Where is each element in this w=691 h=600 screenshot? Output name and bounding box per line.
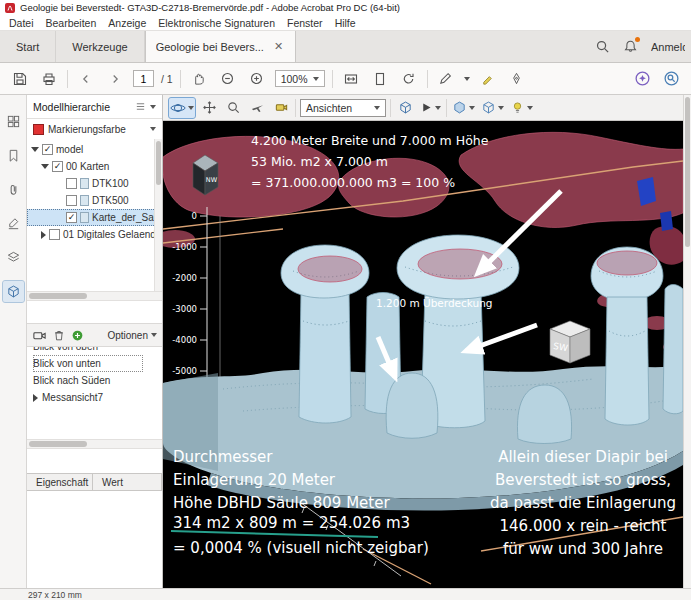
panel-options-icon[interactable]	[135, 101, 146, 112]
svg-text:-2000: -2000	[172, 273, 197, 283]
delete-view-icon[interactable]	[52, 328, 66, 342]
tree-row-gelaendemodell[interactable]: 01 Digitales Gelaendemodell	[27, 226, 162, 243]
svg-text:314 m2 x 809 m = 254.026 m3: 314 m2 x 809 m = 254.026 m3	[173, 514, 410, 532]
page-number-input[interactable]	[133, 70, 154, 87]
separator	[295, 99, 296, 117]
rotate-view-icon[interactable]	[398, 68, 420, 90]
sign-icon[interactable]	[506, 68, 528, 90]
views-horizontal-scrollbar[interactable]	[27, 439, 162, 449]
tab-close-icon[interactable]: ✕	[272, 40, 285, 53]
checkbox[interactable]	[49, 229, 60, 240]
views-toolbar: Optionen	[27, 323, 162, 347]
checkbox[interactable]	[66, 178, 77, 189]
3d-canvas[interactable]: 0 -1000 -2000 -3000 -4000 -5000 -6000 -7…	[163, 121, 683, 588]
chevron-down-icon[interactable]	[150, 105, 156, 109]
tree-node-label: 00 Karten	[66, 161, 109, 172]
sign-in-link[interactable]: Anmelden	[651, 41, 685, 53]
search-icon[interactable]	[595, 39, 610, 54]
svg-text:Allein dieser Diapir bei: Allein dieser Diapir bei	[498, 448, 668, 466]
view-item[interactable]: Blick von unten	[33, 355, 143, 372]
tab-werkzeuge[interactable]: Werkzeuge	[56, 31, 144, 62]
document-vertical-scrollbar[interactable]	[683, 95, 691, 588]
model-hierarchy-panel: Modellhierarchie Markierungsfarbe model	[27, 95, 163, 588]
scrollbar-thumb[interactable]	[29, 441, 87, 447]
property-column-header[interactable]: Eigenschaft	[27, 474, 93, 490]
view-item[interactable]: Blick von oben	[33, 347, 162, 355]
zoom-in-icon[interactable]	[246, 68, 268, 90]
value-column-header[interactable]: Wert	[93, 474, 162, 490]
tree-row-model[interactable]: model	[27, 141, 162, 158]
chevron-down-icon	[150, 127, 156, 131]
menu-hilfe[interactable]: Hilfe	[329, 16, 362, 30]
menu-datei[interactable]: Datei	[3, 16, 40, 30]
hand-tool-icon[interactable]	[188, 68, 210, 90]
chevron-down-icon	[374, 106, 380, 110]
checkbox[interactable]	[42, 144, 53, 155]
save-icon[interactable]	[9, 68, 31, 90]
fit-width-icon[interactable]	[340, 68, 362, 90]
tab-document[interactable]: Geologie bei Bevers... ✕	[145, 31, 296, 62]
prev-page-icon[interactable]	[75, 68, 97, 90]
expander-icon[interactable]	[33, 394, 38, 402]
tree-row-dtk500[interactable]: DTK500	[27, 192, 162, 209]
zoom-out-icon[interactable]	[217, 68, 239, 90]
fly-tool-icon[interactable]	[247, 98, 267, 118]
view-item[interactable]: Blick nach Süden	[33, 372, 162, 389]
bookmarks-icon[interactable]	[3, 145, 24, 166]
layers-icon[interactable]	[3, 247, 24, 268]
checkbox[interactable]	[66, 212, 77, 223]
print-icon[interactable]	[38, 68, 60, 90]
tree-row-dtk100[interactable]: DTK100	[27, 175, 162, 192]
fit-page-icon[interactable]	[369, 68, 391, 90]
view-item[interactable]: Messansicht7	[33, 389, 162, 406]
tree-row-salzstrukturen[interactable]: Karte_der_Salzstrukturen	[27, 209, 162, 226]
tree-vertical-scrollbar[interactable]	[154, 139, 162, 291]
chevron-down-icon[interactable]	[464, 77, 470, 81]
ai-assistant-icon[interactable]	[631, 68, 653, 90]
menu-signaturen[interactable]: Elektronische Signaturen	[152, 16, 281, 30]
menu-fenster[interactable]: Fenster	[281, 16, 329, 30]
projection-icon[interactable]	[451, 98, 476, 118]
comment-pencil-icon[interactable]	[435, 68, 457, 90]
scrollbar-thumb[interactable]	[29, 293, 87, 299]
next-page-icon[interactable]	[104, 68, 126, 90]
model-tree-icon[interactable]	[3, 281, 24, 302]
tree-horizontal-scrollbar[interactable]	[27, 291, 162, 301]
zoom-level-dropdown[interactable]: 100%	[275, 70, 325, 87]
play-animation-icon[interactable]	[419, 98, 442, 118]
expander-icon[interactable]	[41, 231, 46, 239]
render-mode-icon[interactable]	[480, 98, 505, 118]
separator	[332, 70, 333, 88]
attachments-icon[interactable]	[3, 179, 24, 200]
page-thumbnails-icon[interactable]	[3, 111, 24, 132]
map-node-icon	[80, 212, 89, 223]
marker-color-swatch[interactable]	[33, 124, 44, 135]
tree-row-karten[interactable]: 00 Karten	[27, 158, 162, 175]
checkbox[interactable]	[66, 195, 77, 206]
tabbar: Start Werkzeuge Geologie bei Bevers... ✕…	[0, 31, 691, 63]
signatures-icon[interactable]	[3, 213, 24, 234]
menu-bearbeiten[interactable]: Bearbeiten	[40, 16, 103, 30]
tab-start[interactable]: Start	[0, 31, 56, 62]
marker-color-control[interactable]: Markierungsfarbe	[27, 119, 162, 139]
rotate-tool-icon[interactable]	[169, 98, 195, 118]
model-tree-toggle-icon[interactable]	[395, 98, 415, 118]
expander-icon[interactable]	[31, 147, 39, 152]
checkbox[interactable]	[52, 161, 63, 172]
add-view-icon[interactable]	[71, 329, 84, 342]
camera-tool-icon[interactable]	[271, 98, 291, 118]
camera-view-icon[interactable]	[32, 328, 47, 343]
expander-icon[interactable]	[41, 164, 49, 169]
scrollbar-thumb[interactable]	[156, 141, 161, 185]
menu-anzeige[interactable]: Anzeige	[102, 16, 152, 30]
chevron-down-icon	[313, 77, 319, 81]
lighting-icon[interactable]	[509, 98, 534, 118]
pan-tool-icon[interactable]	[199, 98, 219, 118]
highlight-icon[interactable]	[477, 68, 499, 90]
notifications-bell-icon[interactable]	[623, 39, 638, 54]
views-options-dropdown[interactable]: Optionen	[107, 330, 157, 341]
zoom-tool-icon[interactable]	[223, 98, 243, 118]
views-dropdown[interactable]: Ansichten	[300, 99, 386, 117]
search-tools-icon[interactable]	[660, 68, 682, 90]
scrollbar-thumb[interactable]	[685, 97, 690, 247]
